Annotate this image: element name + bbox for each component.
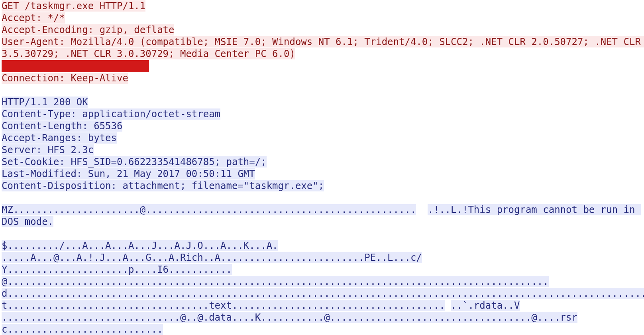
request-line: GET /taskmgr.exe HTTP/1.1 (2, 0, 145, 12)
response-header-set-cookie: Set-Cookie: HFS_SID=0.662233541486785; p… (2, 156, 267, 168)
response-header-content-type: Content-Type: application/octet-stream (2, 108, 220, 120)
body-gap (445, 300, 451, 311)
response-header-server: Server: HFS 2.3c (2, 144, 94, 156)
request-header-accept: Accept: */* (2, 12, 65, 24)
request-header-user-agent: User-Agent: Mozilla/4.0 (compatible; MSI… (2, 36, 644, 59)
response-body-hex: ..`.rdata..V (451, 300, 520, 311)
response-body-hex: MZ......................@...............… (2, 204, 416, 215)
response-header-content-disposition: Content-Disposition: attachment; filenam… (2, 180, 324, 191)
redacted-block (2, 60, 149, 72)
http-stream: GET /taskmgr.exe HTTP/1.1 Accept: */* Ac… (0, 0, 644, 335)
response-status-line: HTTP/1.1 200 OK (2, 97, 88, 108)
response-header-content-length: Content-Length: 65536 (2, 120, 122, 132)
response-body-hex: .....A...@...A.!.J...A...G...A.Rich..A..… (2, 252, 422, 263)
request-header-connection: Connection: Keep-Alive (2, 73, 128, 84)
response-header-accept-ranges: Accept-Ranges: bytes (2, 132, 117, 144)
response-header-last-modified: Last-Modified: Sun, 21 May 2017 00:50:11… (2, 168, 255, 179)
response-body-hex: Y.....................p....I6...........… (2, 264, 644, 311)
body-gap (416, 204, 428, 215)
response-body-hex: ...............................@..@.data… (2, 312, 577, 335)
request-header-accept-encoding: Accept-Encoding: gzip, deflate (2, 24, 174, 35)
response-body-hex: $........./...A...A...A...J...A.J.O...A.… (2, 240, 278, 251)
